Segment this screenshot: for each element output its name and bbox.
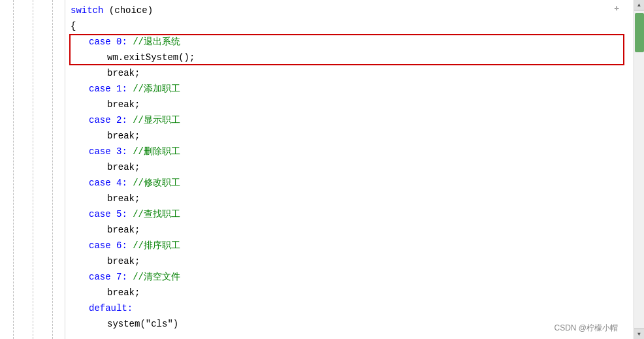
expand-icon[interactable]: ✛ [611,3,622,13]
code-line: break; [65,159,634,175]
code-line: break; [65,97,634,112]
indent-guide-3 [52,0,53,339]
code-line: break; [65,128,634,144]
code-line: break; [65,222,634,238]
scrollbar-thumb[interactable] [635,13,644,52]
scrollbar[interactable]: ▲ ▼ [634,0,644,339]
code-line: case 0: //退出系统 [65,34,634,50]
code-line: system("cls") [65,316,634,332]
indent-guide-1 [13,0,14,339]
code-line: case 6: //排序职工 [65,238,634,253]
code-line: wm.exitSystem(); [65,50,634,65]
scrollbar-down-button[interactable]: ▼ [634,329,645,339]
code-line: case 5: //查找职工 [65,206,634,222]
left-panel [0,0,65,339]
code-line: case 1: //添加职工 [65,81,634,97]
code-line: { [65,18,634,34]
code-line: case 7: //清空文件 [65,269,634,285]
code-line: case 2: //显示职工 [65,112,634,128]
code-content-area: ✛ switch (choice){case 0: //退出系统wm.exitS… [65,0,634,339]
code-line: break; [65,285,634,300]
code-editor: ✛ switch (choice){case 0: //退出系统wm.exitS… [0,0,644,339]
code-line: case 4: //修改职工 [65,175,634,191]
code-line: break; [65,65,634,81]
code-line: case 3: //删除职工 [65,144,634,159]
code-line: switch (choice) [65,3,634,18]
scrollbar-up-button[interactable]: ▲ [634,0,645,10]
code-line: default: [65,300,634,316]
code-lines: switch (choice){case 0: //退出系统wm.exitSys… [65,0,634,334]
code-line: break; [65,253,634,269]
code-line: break; [65,191,634,206]
watermark: CSDN @柠檬小帽 [554,323,618,334]
indent-guide-2 [33,0,33,339]
